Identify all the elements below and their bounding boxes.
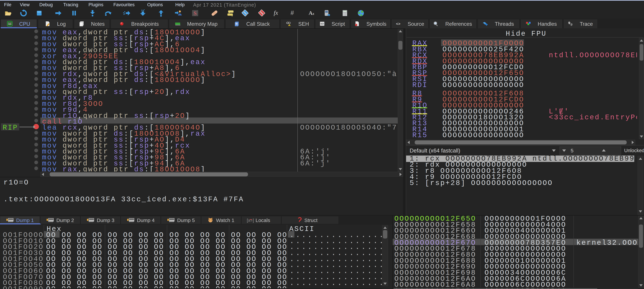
svg-text:64: 64 xyxy=(8,23,11,25)
svg-text:!: ! xyxy=(289,24,290,26)
svg-text:z: z xyxy=(312,12,314,16)
svg-text:<>: <> xyxy=(320,23,324,26)
svg-text:<>: <> xyxy=(396,22,400,26)
svg-text:fx: fx xyxy=(274,10,278,16)
svg-text:A: A xyxy=(308,10,312,16)
svg-text:S: S xyxy=(194,10,197,16)
svg-text:#: # xyxy=(290,10,294,16)
